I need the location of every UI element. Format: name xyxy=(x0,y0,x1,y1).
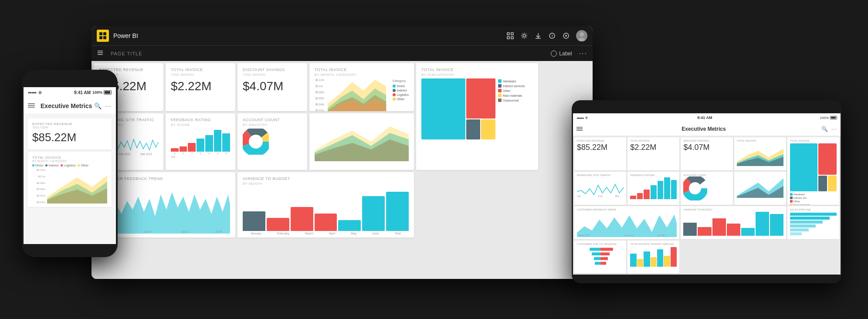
gear-icon[interactable] xyxy=(520,32,528,40)
svg-text:Feb 2016: Feb 2016 xyxy=(119,153,130,156)
tile-label: Varience to Budget xyxy=(683,208,783,211)
tablet-tile-discount-savings: Discount Savings $4.07M xyxy=(681,137,732,170)
svg-point-8 xyxy=(565,35,567,37)
signal-strength: ●●●●● xyxy=(576,116,583,119)
tile-label: Account Count xyxy=(243,118,302,122)
tile-label: Total Invoice xyxy=(421,68,533,72)
tile-sublabel: THIS MONTH xyxy=(243,73,302,77)
tile-sublabel: BY MONTH, CATEGORY xyxy=(315,73,409,77)
phone-status-bar: ●●●●● 9:41 AM 100% xyxy=(24,87,116,98)
powerbi-topbar: Power BI ? xyxy=(92,26,593,45)
tablet-tile-feedback: Feedback Rating xyxy=(627,172,679,205)
tile-value: $85.22M xyxy=(32,131,107,144)
phone-hamburger-icon[interactable] xyxy=(28,102,35,109)
topbar-icons: ? xyxy=(506,30,587,41)
tile-varience-budget: Varience to Budget BY MONTH xyxy=(237,172,414,238)
tablet-status-bar: ●●●●● 9:41 AM 100% xyxy=(573,113,841,122)
legend-label: Other xyxy=(81,164,88,167)
svg-point-29 xyxy=(249,135,262,148)
powerbi-subbar: PAGE TITLE Label ··· xyxy=(92,45,593,61)
search-icon[interactable]: 🔍 xyxy=(821,126,828,132)
phone-nav-bar: Executive Metrics 🔍 ··· xyxy=(24,98,116,114)
label-button[interactable]: Label xyxy=(551,51,572,57)
tile-sublabel: BY MONTH, CATEGORY xyxy=(32,160,107,163)
tablet-nav-bar: Executive Metrics 🔍 ··· xyxy=(573,122,841,136)
avatar[interactable] xyxy=(576,30,587,41)
phone-nav-icons: 🔍 ··· xyxy=(94,102,112,109)
svg-rect-2 xyxy=(507,37,509,39)
tile-treemap: Total Invoice BY SUBCATEGORY Hardware In… xyxy=(416,63,538,170)
label-circle-icon xyxy=(551,51,557,57)
legend-logistics: Logistics xyxy=(61,164,75,167)
tablet-tile-customer-feedback-r3: Customer Feedback Trend May 15 Jun 07 Ju… xyxy=(574,206,679,239)
tablet-tile-total-invoice: Total Invoice $2.22M xyxy=(627,137,679,170)
svg-text:Jan: Jan xyxy=(577,195,581,197)
svg-rect-60 xyxy=(595,262,600,265)
tile-account-count: Account Count BY INDUSTRY xyxy=(237,113,307,170)
tile-label: Total Invoice xyxy=(32,156,107,160)
svg-rect-57 xyxy=(600,252,610,255)
svg-rect-0 xyxy=(507,33,509,35)
help-icon[interactable]: ? xyxy=(548,32,556,40)
phone-left: ●●●●● 9:41 AM 100% Executive Metrics 🔍 ·… xyxy=(22,70,118,257)
svg-rect-1 xyxy=(511,33,513,35)
svg-text:$0.08m: $0.08m xyxy=(315,91,325,94)
phone-tile-expected-revenue: Expected Revenue THIS YEAR $85.22M xyxy=(28,119,112,149)
tile-label: Total Invoice xyxy=(790,139,837,142)
svg-text:Jun 21: Jun 21 xyxy=(181,230,189,234)
svg-point-4 xyxy=(523,34,526,37)
svg-text:May 15: May 15 xyxy=(580,234,590,237)
more-options[interactable]: ··· xyxy=(579,50,587,58)
tile-value: $2.22M xyxy=(630,143,677,152)
svg-text:Feb: Feb xyxy=(598,195,603,197)
tile-label: Feedback Rating xyxy=(630,174,677,176)
svg-text:$0.12m: $0.12m xyxy=(315,78,325,81)
label-text: Label xyxy=(559,51,572,57)
more-icon[interactable]: ··· xyxy=(105,102,112,109)
tile-sublabel: BY SCORE xyxy=(171,123,230,127)
tile-sublabel: THIS MONTH xyxy=(171,73,230,77)
tile-label: Total Invoice xyxy=(630,139,677,142)
phone-legend: Direct Indirect Logistics Other xyxy=(32,164,107,167)
tile-label: Total Invoice xyxy=(315,68,409,72)
svg-rect-54 xyxy=(590,248,600,251)
svg-text:Mar 2016: Mar 2016 xyxy=(140,153,152,156)
app-title: Power BI xyxy=(113,32,502,39)
frame-icon[interactable] xyxy=(506,32,514,40)
tablet-tile-sales-pipeline: Sales Pipeline xyxy=(787,206,839,239)
svg-rect-56 xyxy=(592,252,600,255)
phone-screen: ●●●●● 9:41 AM 100% Executive Metrics 🔍 ·… xyxy=(24,87,116,244)
tile-sublabel: BY MONTH xyxy=(243,182,409,186)
download-icon[interactable] xyxy=(534,32,542,40)
settings-icon[interactable] xyxy=(562,32,570,40)
tile-sublabel: BY SUBCATEGORY xyxy=(421,73,533,77)
tile-feedback-rating: Feedback Rating BY SCORE 0 1 2 xyxy=(166,113,235,170)
legend-color-dot xyxy=(61,164,63,166)
tile-value: $4.07M xyxy=(243,79,302,93)
tablet-tile-account-count: Account Count xyxy=(681,172,732,205)
tablet-hamburger-icon[interactable] xyxy=(576,125,583,133)
time-display: 9:41 AM xyxy=(590,115,820,120)
svg-text:Jun 07: Jun 07 xyxy=(624,234,634,237)
tablet-tile-area-chart: Total Invoice xyxy=(734,137,786,170)
tile-sublabel: BY SCORE xyxy=(99,182,230,186)
tile-label: Total Invoice, Budget Amount xyxy=(630,243,677,245)
phone-app-title: Executive Metrics xyxy=(38,102,94,109)
tile-label: Sales Pipeline xyxy=(790,208,837,211)
battery-level: 100% xyxy=(92,90,102,95)
svg-rect-58 xyxy=(594,257,600,260)
tile-value: $85.22M xyxy=(577,143,624,152)
tablet-tile-expected-revenue: Expected Revenue $85.22M xyxy=(574,137,626,170)
tile-label: Total Invoice xyxy=(171,68,230,72)
legend-color-dot xyxy=(78,164,80,166)
svg-point-49 xyxy=(689,183,701,194)
more-icon[interactable]: ··· xyxy=(831,126,837,132)
tablet-tile-invoice-budget: Total Invoice, Budget Amount xyxy=(627,241,679,273)
hamburger-icon[interactable] xyxy=(97,49,104,58)
time-display: 9:41 AM xyxy=(74,90,91,95)
tablet-tile-customer-site: Customer Site vs. Revenue xyxy=(574,241,626,273)
svg-text:Jun 07: Jun 07 xyxy=(144,230,152,234)
tablet-nav-icons: 🔍 ··· xyxy=(821,126,837,132)
tablet-content-grid: Expected Revenue $85.22M Total Invoice $… xyxy=(573,136,841,275)
search-icon[interactable]: 🔍 xyxy=(94,102,102,109)
